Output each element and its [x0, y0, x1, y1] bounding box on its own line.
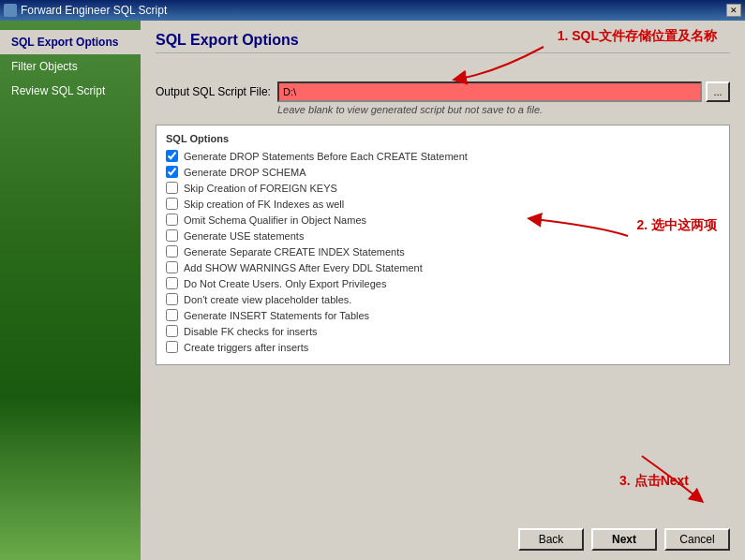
- sidebar: SQL Export Options Filter Objects Review…: [0, 21, 141, 560]
- sidebar-item-review-sql[interactable]: Review SQL Script: [0, 79, 141, 103]
- checkbox-label-7[interactable]: Generate Separate CREATE INDEX Statement…: [184, 246, 405, 258]
- content-area: SQL Export Options 1. SQL文件存储位置及名称 Outpu…: [141, 21, 745, 560]
- checkbox-1[interactable]: [166, 150, 178, 162]
- next-button[interactable]: Next: [591, 528, 657, 551]
- checkbox-6[interactable]: [166, 229, 178, 242]
- back-button[interactable]: Back: [518, 528, 584, 551]
- sql-options-box: SQL Options Generate DROP Statements Bef…: [156, 125, 730, 365]
- checkbox-row-10: Don't create view placeholder tables.: [166, 293, 720, 305]
- checkbox-10[interactable]: [166, 293, 178, 305]
- checkbox-label-13[interactable]: Create triggers after inserts: [184, 342, 308, 353]
- annotation-3: 3. 点击Next: [619, 473, 689, 490]
- main-container: SQL Export Options Filter Objects Review…: [0, 21, 745, 560]
- sql-options-title: SQL Options: [166, 133, 720, 144]
- hint-text: Leave blank to view generated script but…: [277, 104, 730, 115]
- checkbox-row-8: Add SHOW WARNINGS After Every DDL Statem…: [166, 261, 720, 273]
- title-bar-buttons: ✕: [726, 4, 741, 17]
- checkbox-label-9[interactable]: Do Not Create Users. Only Export Privile…: [184, 278, 386, 289]
- checkbox-4[interactable]: [166, 198, 178, 210]
- checkbox-row-3: Skip Creation of FOREIGN KEYS: [166, 182, 720, 194]
- checkbox-label-6[interactable]: Generate USE statements: [184, 230, 304, 242]
- checkbox-row-7: Generate Separate CREATE INDEX Statement…: [166, 245, 720, 258]
- checkbox-3[interactable]: [166, 182, 178, 194]
- file-row: Output SQL Script File: ...: [156, 81, 730, 102]
- checkbox-label-4[interactable]: Skip creation of FK Indexes as well: [184, 199, 344, 210]
- content-title: SQL Export Options: [156, 32, 730, 53]
- app-icon: [4, 4, 17, 17]
- checkbox-row-4: Skip creation of FK Indexes as well: [166, 198, 720, 210]
- checkbox-5[interactable]: [166, 214, 178, 226]
- checkbox-label-2[interactable]: Generate DROP SCHEMA: [184, 167, 306, 178]
- checkbox-row-1: Generate DROP Statements Before Each CRE…: [166, 150, 720, 162]
- title-bar-title: Forward Engineer SQL Script: [4, 4, 167, 17]
- checkbox-12[interactable]: [166, 325, 178, 337]
- file-label: Output SQL Script File:: [156, 85, 277, 98]
- close-button[interactable]: ✕: [726, 4, 741, 17]
- file-input-wrapper: ...: [277, 81, 730, 102]
- checkbox-row-9: Do Not Create Users. Only Export Privile…: [166, 277, 720, 289]
- checkbox-9[interactable]: [166, 277, 178, 289]
- checkbox-row-6: Generate USE statements: [166, 229, 720, 242]
- checkbox-label-11[interactable]: Generate INSERT Statements for Tables: [184, 310, 369, 321]
- browse-button[interactable]: ...: [706, 81, 730, 102]
- checkbox-row-5: Omit Schema Qualifier in Object Names: [166, 214, 720, 226]
- bottom-bar: Back Next Cancel: [518, 528, 730, 551]
- file-path-input[interactable]: [277, 81, 702, 102]
- checkbox-label-3[interactable]: Skip Creation of FOREIGN KEYS: [184, 183, 337, 194]
- checkbox-8[interactable]: [166, 261, 178, 273]
- sidebar-item-filter-objects[interactable]: Filter Objects: [0, 54, 141, 79]
- checkbox-label-10[interactable]: Don't create view placeholder tables.: [184, 294, 351, 305]
- checkbox-11[interactable]: [166, 309, 178, 321]
- sidebar-item-sql-export[interactable]: SQL Export Options: [0, 30, 141, 54]
- checkbox-row-2: Generate DROP SCHEMA: [166, 166, 720, 178]
- checkbox-7[interactable]: [166, 245, 178, 258]
- checkbox-row-12: Disable FK checks for inserts: [166, 325, 720, 337]
- window-title: Forward Engineer SQL Script: [21, 4, 167, 17]
- title-bar: Forward Engineer SQL Script ✕: [0, 0, 745, 21]
- checkbox-label-5[interactable]: Omit Schema Qualifier in Object Names: [184, 214, 366, 226]
- checkbox-label-12[interactable]: Disable FK checks for inserts: [184, 326, 317, 337]
- checkbox-row-13: Create triggers after inserts: [166, 341, 720, 353]
- checkbox-13[interactable]: [166, 341, 178, 353]
- checkbox-label-8[interactable]: Add SHOW WARNINGS After Every DDL Statem…: [184, 262, 423, 273]
- checkbox-2[interactable]: [166, 166, 178, 178]
- checkbox-label-1[interactable]: Generate DROP Statements Before Each CRE…: [184, 151, 468, 162]
- cancel-button[interactable]: Cancel: [664, 528, 730, 551]
- checkbox-row-11: Generate INSERT Statements for Tables: [166, 309, 720, 321]
